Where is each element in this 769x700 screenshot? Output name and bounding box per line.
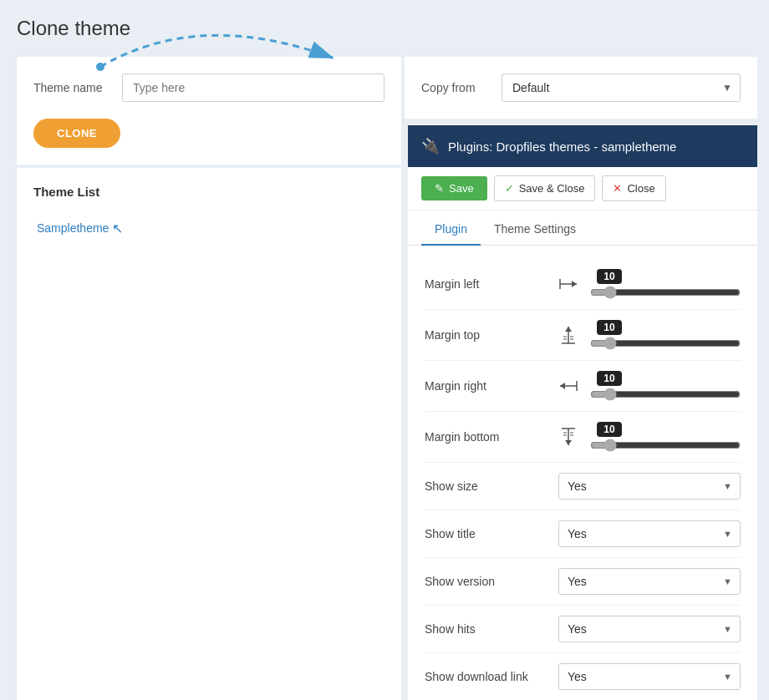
show-size-control: YesNo ▼ bbox=[558, 473, 741, 500]
show-version-dropdown: YesNo ▼ bbox=[558, 568, 741, 595]
margin-top-slider[interactable] bbox=[590, 337, 741, 350]
show-title-control: YesNo ▼ bbox=[558, 520, 741, 547]
theme-list-title: Theme List bbox=[33, 185, 384, 199]
x-icon: ✕ bbox=[613, 182, 622, 195]
margin-right-label: Margin right bbox=[425, 379, 558, 393]
margin-bottom-icon bbox=[558, 427, 582, 447]
plugin-header-title: Plugins: Dropfiles themes - sampletheme bbox=[448, 139, 676, 154]
show-version-select[interactable]: YesNo bbox=[558, 568, 741, 595]
save-label: Save bbox=[449, 182, 474, 195]
plugin-header: 🔌 Plugins: Dropfiles themes - samplethem… bbox=[408, 125, 757, 167]
margin-bottom-label: Margin bottom bbox=[425, 430, 558, 444]
setting-margin-bottom: Margin bottom bbox=[425, 412, 741, 463]
svg-marker-4 bbox=[565, 327, 572, 332]
setting-show-download-link: Show download link YesNo ▼ bbox=[425, 653, 741, 700]
margin-top-label: Margin top bbox=[425, 328, 558, 342]
show-size-dropdown: YesNo ▼ bbox=[558, 473, 741, 500]
plugin-tabs: Plugin Theme Settings bbox=[408, 214, 757, 246]
save-close-label: Save & Close bbox=[519, 182, 585, 195]
margin-right-icon bbox=[558, 378, 582, 394]
show-size-select[interactable]: YesNo bbox=[558, 473, 741, 500]
clone-button[interactable]: CLONE bbox=[33, 119, 120, 148]
save-close-button[interactable]: ✓ Save & Close bbox=[494, 175, 596, 201]
tab-plugin[interactable]: Plugin bbox=[421, 214, 481, 246]
svg-marker-12 bbox=[560, 383, 565, 389]
show-title-label: Show title bbox=[425, 527, 558, 540]
show-size-label: Show size bbox=[425, 479, 558, 493]
copy-from-select[interactable]: Default Sampletheme bbox=[502, 74, 741, 102]
svg-marker-14 bbox=[565, 440, 572, 445]
setting-margin-right: Margin right 10 bbox=[425, 361, 741, 412]
save-icon: ✎ bbox=[435, 182, 444, 195]
show-hits-select[interactable]: YesNo bbox=[558, 616, 741, 642]
close-label: Close bbox=[627, 182, 654, 195]
save-button[interactable]: ✎ Save bbox=[421, 176, 487, 200]
setting-show-version: Show version YesNo ▼ bbox=[425, 558, 741, 606]
show-download-link-select[interactable]: YesNo bbox=[558, 663, 741, 690]
setting-margin-top: Margin top bbox=[425, 310, 741, 361]
margin-right-slider[interactable] bbox=[590, 388, 741, 401]
svg-marker-2 bbox=[572, 281, 577, 287]
show-title-select[interactable]: YesNo bbox=[558, 520, 741, 547]
margin-left-value: 10 bbox=[597, 269, 622, 284]
plugin-settings: Margin left 10 bbox=[408, 246, 757, 700]
margin-left-label: Margin left bbox=[425, 277, 558, 291]
close-button[interactable]: ✕ Close bbox=[602, 175, 665, 201]
margin-right-control: 10 bbox=[558, 371, 741, 401]
setting-show-hits: Show hits YesNo ▼ bbox=[425, 606, 741, 653]
show-hits-label: Show hits bbox=[425, 622, 558, 636]
margin-bottom-slider[interactable] bbox=[590, 439, 741, 452]
copy-from-label: Copy from bbox=[421, 81, 488, 94]
checkmark-icon: ✓ bbox=[505, 182, 514, 195]
theme-item-name: Sampletheme bbox=[37, 221, 109, 235]
show-download-link-label: Show download link bbox=[425, 670, 558, 683]
margin-bottom-control: 10 bbox=[558, 422, 741, 452]
tab-theme-settings[interactable]: Theme Settings bbox=[481, 214, 589, 246]
margin-left-slider[interactable] bbox=[590, 286, 741, 299]
show-hits-control: YesNo ▼ bbox=[558, 616, 741, 642]
margin-left-icon bbox=[558, 276, 582, 292]
margin-top-value: 10 bbox=[597, 320, 622, 335]
margin-bottom-value: 10 bbox=[597, 422, 622, 437]
theme-name-input[interactable] bbox=[122, 74, 384, 102]
setting-show-size: Show size YesNo ▼ bbox=[425, 463, 741, 510]
margin-right-value: 10 bbox=[597, 371, 622, 386]
setting-show-title: Show title YesNo ▼ bbox=[425, 510, 741, 558]
copy-from-section: Copy from Default Sampletheme ▼ bbox=[405, 57, 757, 119]
margin-top-icon bbox=[558, 325, 582, 345]
show-title-dropdown: YesNo ▼ bbox=[558, 520, 741, 547]
show-version-label: Show version bbox=[425, 575, 558, 588]
theme-name-label: Theme name bbox=[33, 81, 109, 94]
show-version-control: YesNo ▼ bbox=[558, 568, 741, 595]
plugin-toolbar: ✎ Save ✓ Save & Close ✕ Close bbox=[408, 167, 757, 211]
cursor-icon: ↖ bbox=[112, 221, 123, 236]
margin-left-control: 10 bbox=[558, 269, 741, 299]
list-item[interactable]: Sampletheme ↖ bbox=[33, 212, 384, 243]
theme-name-section: Theme name CLONE bbox=[17, 57, 401, 165]
plugin-icon: 🔌 bbox=[421, 137, 440, 155]
page-title: Clone theme bbox=[17, 17, 752, 40]
show-download-link-dropdown: YesNo ▼ bbox=[558, 663, 741, 690]
show-hits-dropdown: YesNo ▼ bbox=[558, 616, 741, 642]
setting-margin-left: Margin left 10 bbox=[425, 259, 741, 310]
theme-list-section: Theme List Sampletheme ↖ bbox=[17, 168, 401, 700]
show-download-link-control: YesNo ▼ bbox=[558, 663, 741, 690]
margin-top-control: 10 bbox=[558, 320, 741, 350]
plugin-panel: 🔌 Plugins: Dropfiles themes - samplethem… bbox=[408, 125, 757, 700]
